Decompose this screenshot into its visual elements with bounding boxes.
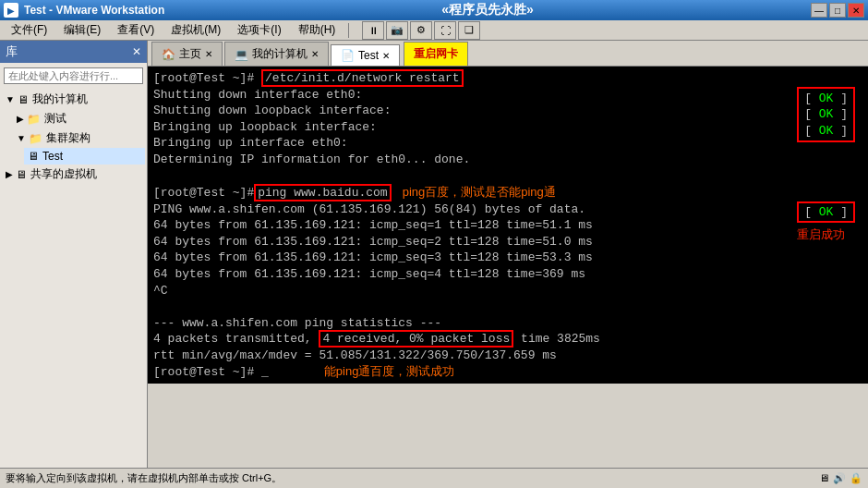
menu-tab[interactable]: 选项卡(I) (230, 20, 288, 40)
app-icon: ▶ (4, 3, 18, 18)
cmd-network-restart: /etc/init.d/network restart (261, 69, 464, 87)
window-controls: — □ ✕ (811, 3, 864, 18)
annotation-ping: ping百度，测试是否能ping通 (403, 184, 556, 201)
search-input[interactable] (4, 67, 143, 84)
expand-arrow: ▼ (6, 94, 15, 104)
menu-vm[interactable]: 虚拟机(M) (163, 20, 228, 40)
title-center-text: «程序员先永胜» (164, 2, 811, 18)
received-highlight: 4 received, 0% packet loss (319, 330, 513, 348)
ok-text-3: OK (819, 124, 834, 138)
ping-output-section: PING www.a.shifen.com (61.135.169.121) 5… (153, 201, 862, 283)
sidebar-item-my-computer[interactable]: ▼ 🖥 我的计算机 (2, 90, 145, 109)
line-ctrl-c: ^C (153, 283, 862, 299)
line-bringing-eth0: Bringing up interface eth0: (153, 135, 862, 152)
title-bar-left: ▶ Test - VMware Workstation (4, 3, 164, 18)
terminal-ping-line: [root@Test ~]# ping www.baidu.com ping百度… (153, 184, 862, 201)
shared-icon: 🖥 (16, 168, 27, 181)
line-icmp4: 64 bytes from 61.135.169.121: icmp_seq=4… (153, 266, 862, 283)
sidebar-item-label: 测试 (44, 111, 66, 127)
tab-computer-label: 我的计算机 (252, 46, 307, 62)
tab-my-computer[interactable]: 💻 我的计算机 ✕ (224, 42, 329, 66)
folder-arrow: ▶ (17, 114, 24, 124)
content-area: 库 ✕ ▼ 🖥 我的计算机 ▶ 📁 测试 ▼ 📁 (0, 41, 868, 468)
tab-home-label: 主页 (179, 46, 201, 62)
sidebar-item-label: 我的计算机 (32, 92, 88, 107)
settings-button[interactable]: ⚙ (410, 21, 432, 40)
ok-line-2: [ OK ] (804, 106, 848, 123)
cmd-ping: ping www.baidu.com (254, 184, 391, 201)
sidebar-item-test-folder[interactable]: ▶ 📁 测试 (13, 109, 145, 128)
tab-home-close[interactable]: ✕ (205, 49, 212, 59)
window-title: Test - VMware Workstation (24, 4, 164, 17)
tab-restart-network[interactable]: 重启网卡 (404, 42, 468, 66)
title-bar: ▶ Test - VMware Workstation «程序员先永胜» — □… (0, 0, 868, 20)
menu-separator (348, 23, 349, 38)
tab-test[interactable]: 📄 Test ✕ (331, 44, 400, 66)
menu-view[interactable]: 查看(V) (110, 20, 162, 40)
menu-edit[interactable]: 编辑(E) (56, 20, 108, 40)
taskbar-icon-3: 🔒 (850, 472, 862, 484)
terminal-line-1: [root@Test ~]# /etc/init.d/network resta… (153, 70, 862, 87)
sidebar-item-cluster[interactable]: ▼ 📁 集群架构 (13, 128, 145, 148)
blank-line-1 (153, 167, 862, 184)
taskbar-icon-1: 🖥 (819, 472, 829, 484)
toolbar: ⏸ 📷 ⚙ ⛶ ❑ (362, 21, 480, 40)
line-rtt: rtt min/avg/max/mdev = 51.085/131.322/36… (153, 348, 862, 364)
ok-text-2: OK (819, 107, 834, 121)
statusbar-icons: 🖥 🔊 🔒 (819, 472, 862, 484)
sidebar-title: 库 (6, 43, 18, 60)
line-shutting-eth0: Shutting down interface eth0: (153, 87, 862, 104)
prompt-last: [root@Test ~]# _ (153, 365, 269, 379)
shared-arrow: ▶ (6, 169, 13, 179)
blank-line-2 (153, 299, 862, 315)
sidebar-tree: ▼ 🖥 我的计算机 ▶ 📁 测试 ▼ 📁 集群架构 🖥 Test (0, 88, 147, 468)
tab-computer-icon: 💻 (235, 48, 248, 61)
pause-button[interactable]: ⏸ (362, 21, 384, 40)
line-icmp2: 64 bytes from 61.135.169.121: icmp_seq=2… (153, 234, 862, 250)
tab-test-close[interactable]: ✕ (382, 51, 390, 61)
minimize-button[interactable]: — (811, 3, 827, 18)
terminal-last-line: [root@Test ~]# _ 能ping通百度，测试成功 (153, 363, 862, 380)
ok-line-3: [ OK ] (804, 123, 848, 140)
terminal-ok-section: Shutting down interface eth0: Shutting d… (153, 87, 862, 168)
vm-icon: 🖥 (28, 150, 39, 163)
status-text: 要将输入定向到该虚拟机，请在虚拟机内部单击或按 Ctrl+G。 (6, 471, 282, 485)
sidebar: 库 ✕ ▼ 🖥 我的计算机 ▶ 📁 测试 ▼ 📁 (0, 41, 148, 468)
prompt-ping: [root@Test ~]# (153, 186, 254, 200)
ok-box-4: [ OK ] (797, 201, 855, 223)
snapshot-button[interactable]: 📷 (386, 21, 408, 40)
menu-help[interactable]: 帮助(H) (291, 20, 344, 40)
cluster-icon: 📁 (29, 132, 42, 145)
sidebar-search-area (0, 63, 147, 88)
annotation-ping-success: 能ping通百度，测试成功 (324, 363, 455, 380)
terminal[interactable]: [root@Test ~]# /etc/init.d/network resta… (148, 67, 868, 384)
tab-test-icon: 📄 (341, 49, 355, 62)
sidebar-item-shared-vm[interactable]: ▶ 🖥 共享的虚拟机 (2, 165, 145, 184)
taskbar-icon-2: 🔊 (833, 472, 846, 484)
annotation-restart-success: 重启成功 (797, 226, 855, 243)
ok-4-section: [ OK ] 重启成功 (797, 201, 855, 243)
ok-text-4: OK (819, 205, 834, 219)
line-ping-data: PING www.a.shifen.com (61.135.169.121) 5… (153, 201, 862, 218)
unity-button[interactable]: ❑ (458, 21, 480, 40)
sidebar-item-label: Test (42, 150, 63, 163)
menu-file[interactable]: 文件(F) (4, 20, 54, 40)
line-icmp3: 64 bytes from 61.135.169.121: icmp_seq=3… (153, 250, 862, 266)
sidebar-item-test-vm[interactable]: 🖥 Test (24, 148, 145, 165)
line-ping-stat: 4 packets transmitted, 4 received, 0% pa… (153, 331, 862, 348)
maximize-button[interactable]: □ (829, 3, 846, 18)
prompt-1: [root@Test ~]# (153, 71, 261, 85)
terminal-wrapper: [root@Test ~]# /etc/init.d/network resta… (148, 67, 868, 468)
line-ping-stats-header: --- www.a.shifen.com ping statistics --- (153, 315, 862, 332)
line-ip-info: Determining IP information for eth0... d… (153, 152, 862, 168)
folder-icon: 📁 (27, 113, 41, 126)
sidebar-header: 库 ✕ (0, 41, 147, 63)
close-button[interactable]: ✕ (848, 3, 864, 18)
computer-icon: 🖥 (18, 93, 29, 106)
tab-home[interactable]: 🏠 主页 ✕ (151, 42, 223, 66)
ok-line-1: [ OK ] (804, 91, 848, 107)
sidebar-close-button[interactable]: ✕ (132, 45, 141, 58)
fullscreen-button[interactable]: ⛶ (434, 21, 456, 40)
tab-computer-close[interactable]: ✕ (311, 49, 319, 59)
line-icmp1: 64 bytes from 61.135.169.121: icmp_seq=1… (153, 217, 862, 234)
